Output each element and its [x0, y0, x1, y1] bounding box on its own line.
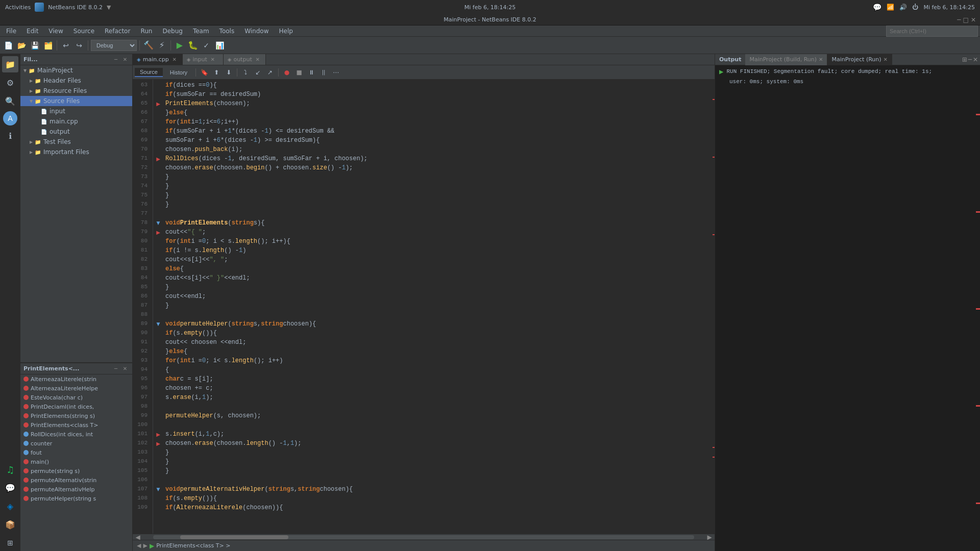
nav-fwd-icon[interactable]: ▶	[143, 542, 147, 549]
code-line[interactable]: if(s.empty()){	[163, 494, 708, 503]
gutter-mark[interactable]: ▼	[153, 485, 163, 494]
code-line[interactable]: if(AlterneazaLiterele(choosen)){	[163, 503, 708, 512]
nav-item[interactable]: PrintElements<class T>	[20, 420, 132, 430]
output-expand-btn[interactable]: ⊞	[962, 56, 967, 63]
menu-team[interactable]: Team	[189, 27, 213, 36]
navigator-minimize[interactable]: ─	[112, 365, 120, 373]
code-line[interactable]: }	[163, 457, 708, 466]
code-line[interactable]: cout<<"{ ";	[163, 228, 708, 237]
code-line[interactable]: s.erase(i,1);	[163, 393, 708, 402]
nav-item[interactable]: permuteAlternativ(strin	[20, 475, 132, 485]
minimize-button[interactable]: ─	[957, 16, 961, 23]
toggle-bookmark-button[interactable]: 🔖	[199, 67, 209, 78]
tab-close-maincpp[interactable]: ✕	[171, 56, 178, 63]
output-minimize-btn[interactable]: ─	[968, 56, 972, 63]
activity-vscode[interactable]: ◈	[2, 498, 18, 514]
profile-button[interactable]: 📊	[213, 39, 226, 52]
tree-item-testfiles[interactable]: ▶ 📁 Test Files	[20, 137, 132, 147]
stop-button[interactable]: ■	[294, 67, 304, 78]
code-line[interactable]: }	[163, 301, 708, 310]
pause-button[interactable]: ⏸	[306, 67, 316, 78]
nav-item[interactable]: permute(string s)	[20, 466, 132, 475]
code-line[interactable]: } else {	[163, 108, 708, 117]
code-line[interactable]: }	[163, 283, 708, 292]
tree-item-output[interactable]: 📄 output	[20, 127, 132, 137]
activity-services[interactable]: ⚙	[2, 74, 18, 91]
navigator-close[interactable]: ✕	[121, 365, 129, 373]
code-line[interactable]: choosen.erase(choosen.begin() + choosen.…	[163, 163, 708, 172]
redo-button[interactable]: ↪	[73, 39, 85, 52]
power-icon[interactable]: ⏻	[912, 4, 918, 11]
activity-grid[interactable]: ⊞	[2, 535, 18, 551]
nav-item[interactable]: permuteAlternativHelp	[20, 485, 132, 494]
code-line[interactable]: cout<<endl;	[163, 292, 708, 301]
nav-item[interactable]: permuteHelper(string s	[20, 494, 132, 503]
menu-run[interactable]: Run	[136, 27, 156, 36]
code-line[interactable]: sumSoFar + i + 6*(dices - 1) >= desiredS…	[163, 136, 708, 145]
code-line[interactable]: for(int i = 0; i < s.length(); i++){	[163, 237, 708, 246]
clean-build-button[interactable]: ⚡	[156, 39, 168, 52]
tree-item-importantfiles[interactable]: ▶ 📁 Important Files	[20, 147, 132, 157]
code-line[interactable]: char c = s[i];	[163, 374, 708, 384]
code-line[interactable]: }	[163, 466, 708, 475]
activity-files[interactable]: 📁	[2, 56, 18, 72]
output-tab-run-close[interactable]: ✕	[884, 57, 888, 62]
code-line[interactable]: void permuteHelper(string s, string choo…	[163, 319, 708, 329]
code-line[interactable]: if(dices == 0){	[163, 81, 708, 90]
activity-info[interactable]: ℹ	[2, 128, 18, 144]
code-line[interactable]: cout<<s[i]<<", ";	[163, 255, 708, 264]
tree-item-maincpp[interactable]: 📄 main.cpp	[20, 116, 132, 127]
code-line[interactable]	[163, 310, 708, 319]
code-line[interactable]: }	[163, 448, 708, 457]
gutter-mark[interactable]: ▼	[153, 218, 163, 228]
code-line[interactable]: if(sumSoFar == desiredSum)	[163, 90, 708, 99]
code-line[interactable]	[163, 475, 708, 485]
output-tab-build-close[interactable]: ✕	[819, 57, 823, 62]
search-input[interactable]	[886, 26, 978, 37]
code-line[interactable]: RollDices(dices - 1, desiredSum, sumSoFa…	[163, 154, 708, 163]
new-file-button[interactable]: 📄	[2, 39, 14, 52]
tab-output[interactable]: ◈ output ✕	[224, 54, 266, 65]
app-menu-arrow[interactable]: ▼	[107, 4, 111, 11]
step-over-button[interactable]: ⤵	[240, 67, 251, 78]
menu-help[interactable]: Help	[275, 27, 297, 36]
nav-item[interactable]: PrintElements(string s)	[20, 411, 132, 420]
debug-button[interactable]: 🐛	[187, 39, 199, 52]
code-line[interactable]: }	[163, 172, 708, 182]
nav-back-icon[interactable]: ◀	[137, 542, 141, 549]
maximize-button[interactable]: □	[963, 16, 969, 23]
output-tab-run[interactable]: MainProject (Run) ✕	[827, 54, 892, 65]
save-all-button[interactable]: 🗂️	[42, 39, 54, 52]
menu-file[interactable]: File	[2, 27, 20, 36]
activities-button[interactable]: Activities	[5, 4, 31, 11]
tab-close-output[interactable]: ✕	[254, 56, 261, 63]
test-button[interactable]: ✓	[200, 39, 212, 52]
horizontal-scrollbar[interactable]	[153, 535, 694, 539]
save-button[interactable]: 💾	[29, 39, 41, 52]
tab-input[interactable]: ◈ input ✕	[183, 54, 224, 65]
code-line[interactable]: choosen.erase(choosen.length() - 1, 1);	[163, 439, 708, 448]
output-tab-build[interactable]: MainProject (Build, Run) ✕	[745, 54, 827, 65]
code-line[interactable]: choosen.push_back(i);	[163, 145, 708, 154]
menu-window[interactable]: Window	[240, 27, 273, 36]
menu-source[interactable]: Source	[69, 27, 99, 36]
code-line[interactable]: }	[163, 200, 708, 209]
nav-item[interactable]: EsteVocala(char c)	[20, 393, 132, 402]
next-bookmark-button[interactable]: ⬇	[224, 67, 234, 78]
step-in-button[interactable]: ↙	[253, 67, 263, 78]
toggle-bp-button[interactable]: ●	[282, 67, 292, 78]
code-line[interactable]: }	[163, 191, 708, 200]
nav-item[interactable]: main()	[20, 457, 132, 466]
panel-close[interactable]: ✕	[121, 56, 129, 64]
code-line[interactable]: }	[163, 182, 708, 191]
activity-discord[interactable]: 💬	[2, 480, 18, 496]
tab-close-input[interactable]: ✕	[209, 56, 216, 63]
nav-item[interactable]: counter	[20, 439, 132, 448]
code-line[interactable]: permuteHelper(s, choosen);	[163, 411, 708, 420]
open-file-button[interactable]: 📂	[15, 39, 28, 52]
tree-item-sourcefiles[interactable]: ▼ 📁 Source Files	[20, 96, 132, 106]
code-line[interactable]: for(int i =0 ; i< s.length(); i++)	[163, 356, 708, 365]
menu-tools[interactable]: Tools	[215, 27, 239, 36]
fold-arrow-icon[interactable]: ▼	[157, 321, 160, 327]
nav-item[interactable]: RollDices(int dices, int	[20, 430, 132, 439]
